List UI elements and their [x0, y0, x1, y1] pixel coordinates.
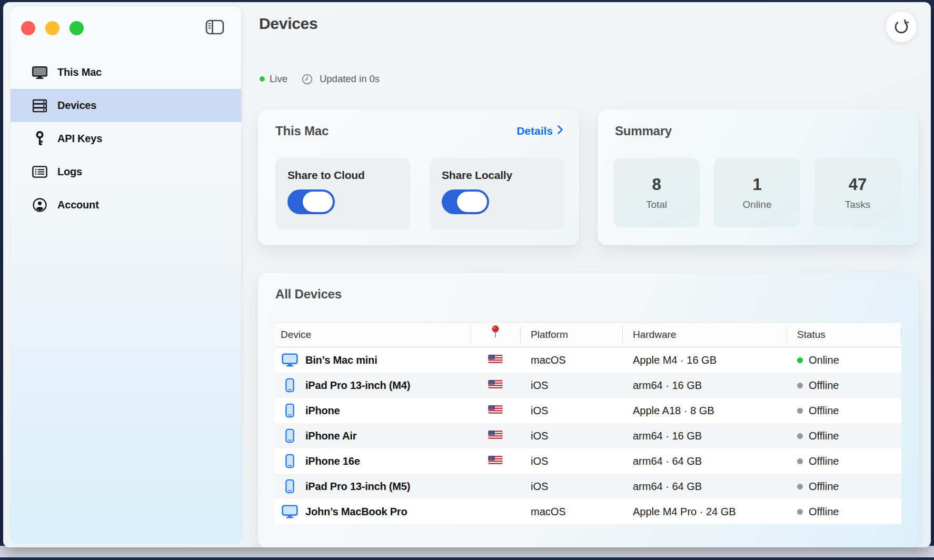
status-cell: Offline: [787, 448, 901, 474]
table-row[interactable]: iPhone 16eiOSarm64 · 64 GBOffline: [275, 448, 901, 474]
device-cell: iPhone Air: [275, 423, 471, 448]
device-cell: Bin’s Mac mini: [275, 347, 471, 373]
sidebar-item-label: Account: [57, 199, 99, 211]
person-circle-icon: [31, 197, 48, 213]
table-body: Bin’s Mac minimacOSApple M4 · 16 GBOnlin…: [275, 347, 901, 524]
sidebar-item-label: This Mac: [57, 66, 102, 78]
stat-total: 8 Total: [613, 158, 700, 227]
status-dot: [797, 458, 803, 464]
table-row[interactable]: iPad Pro 13-inch (M4)iOSarm64 · 16 GBOff…: [275, 373, 901, 398]
stat-label: Total: [646, 199, 667, 211]
device-cell: iPhone 16e: [275, 448, 471, 474]
status-dot: [797, 383, 803, 388]
column-location: [471, 323, 520, 347]
phone-device-icon: [281, 403, 299, 418]
hardware-cell: arm64 · 64 GB: [622, 448, 787, 474]
phone-device-icon: [281, 479, 299, 494]
status-dot: [797, 433, 803, 439]
updated-label: Updated in 0s: [320, 73, 380, 85]
hardware-cell: Apple M4 · 16 GB: [622, 347, 787, 373]
phone-device-icon: [281, 428, 299, 443]
stat-tasks: 47 Tasks: [814, 158, 901, 227]
phone-device-icon: [281, 454, 299, 468]
table-row[interactable]: Bin’s Mac minimacOSApple M4 · 16 GBOnlin…: [275, 347, 901, 373]
zoom-button[interactable]: [69, 21, 84, 35]
device-cell: iPad Pro 13-inch (M4): [275, 373, 471, 398]
sidebar-item-this-mac[interactable]: This Mac: [11, 56, 241, 89]
location-cell: [471, 448, 520, 474]
table-row[interactable]: John’s MacBook PromacOSApple M4 Pro · 24…: [275, 499, 901, 524]
all-devices-card: All Devices Device Platform Hardware Sta…: [258, 273, 919, 547]
share-to-cloud-box: Share to Cloud: [275, 158, 410, 229]
platform-cell: iOS: [520, 373, 622, 398]
share-locally-label: Share Locally: [442, 169, 564, 182]
refresh-icon: [893, 18, 909, 36]
all-devices-title: All Devices: [275, 287, 342, 302]
pin-icon: [491, 325, 500, 345]
hardware-cell: Apple A18 · 8 GB: [622, 398, 787, 423]
device-name: iPhone 16e: [305, 455, 360, 467]
platform-cell: iOS: [520, 448, 622, 474]
sidebar-item-devices[interactable]: Devices: [11, 89, 241, 122]
location-cell: [471, 373, 520, 398]
clock-icon: [301, 73, 313, 85]
location-cell: [471, 474, 520, 499]
device-cell: iPad Pro 13-inch (M5): [275, 474, 471, 499]
mac-device-icon: [281, 505, 299, 518]
minimize-button[interactable]: [45, 21, 59, 35]
details-link[interactable]: Details: [516, 125, 563, 137]
status-label: Offline: [809, 430, 839, 442]
chevron-right-icon: [557, 125, 563, 137]
sidebar-toggle-button[interactable]: [204, 18, 225, 37]
us-flag-icon: [488, 455, 503, 468]
location-cell: [471, 499, 520, 524]
status-cell: Offline: [787, 499, 901, 524]
stat-online: 1 Online: [714, 158, 800, 227]
live-label: Live: [270, 73, 287, 85]
sidebar-item-account[interactable]: Account: [11, 188, 241, 222]
close-button[interactable]: [21, 21, 35, 35]
location-cell: [471, 398, 520, 423]
share-to-cloud-toggle[interactable]: [287, 189, 335, 214]
status-label: Offline: [809, 379, 839, 392]
stat-value: 8: [652, 175, 661, 194]
share-locally-toggle[interactable]: [442, 189, 489, 214]
us-flag-icon: [488, 404, 503, 417]
column-platform: Platform: [520, 323, 622, 347]
location-cell: [471, 347, 520, 373]
stat-label: Online: [743, 199, 772, 211]
share-locally-box: Share Locally: [430, 158, 564, 229]
this-mac-card-title: This Mac: [275, 124, 329, 138]
sidebar-item-api-keys[interactable]: API Keys: [11, 122, 241, 155]
platform-cell: macOS: [520, 499, 622, 524]
status-label: Offline: [809, 455, 839, 467]
status-cell: Offline: [787, 474, 901, 499]
toggle-knob: [457, 192, 487, 212]
status-label: Offline: [809, 506, 839, 518]
table-row[interactable]: iPhoneiOSApple A18 · 8 GBOffline: [275, 398, 901, 423]
table-row[interactable]: iPad Pro 13-inch (M5)iOSarm64 · 64 GBOff…: [275, 474, 901, 499]
us-flag-icon: [488, 354, 503, 367]
column-hardware: Hardware: [622, 323, 787, 347]
location-cell: [471, 423, 520, 448]
app-window: This Mac Devices: [3, 2, 931, 547]
sidebar: This Mac Devices: [11, 6, 241, 543]
table-row[interactable]: iPhone AiriOSarm64 · 16 GBOffline: [275, 423, 901, 448]
sidebar-item-label: Logs: [57, 166, 82, 178]
device-name: iPad Pro 13-inch (M5): [305, 481, 410, 493]
page-title: Devices: [259, 15, 317, 33]
device-name: iPad Pro 13-inch (M4): [305, 379, 410, 392]
refresh-button[interactable]: [886, 12, 917, 42]
server-stack-icon: [31, 98, 48, 113]
status-cell: Offline: [787, 398, 901, 423]
status-cell: Offline: [787, 423, 901, 448]
status-dot: [797, 484, 803, 489]
status-cell: Offline: [787, 373, 901, 398]
hardware-cell: arm64 · 64 GB: [622, 474, 787, 499]
status-row: Live Updated in 0s: [260, 72, 380, 86]
traffic-lights: [21, 21, 84, 35]
sidebar-item-logs[interactable]: Logs: [11, 155, 241, 188]
list-icon: [31, 165, 48, 178]
status-label: Online: [809, 354, 839, 366]
hardware-cell: arm64 · 16 GB: [622, 423, 787, 448]
